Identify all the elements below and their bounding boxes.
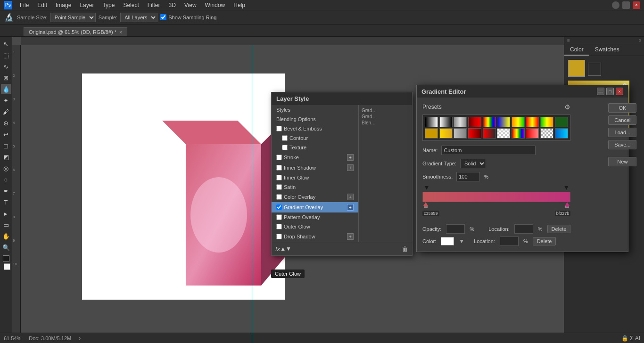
preset-blue-yellow[interactable]	[497, 117, 510, 127]
color-overlay-add-btn[interactable]: +	[347, 194, 354, 200]
preset-dark-green[interactable]	[555, 117, 568, 127]
preset-red-dark[interactable]	[468, 117, 481, 127]
layer-style-pattern-overlay[interactable]: Pattern Overlay	[272, 212, 358, 222]
gradient-overlay-add-btn[interactable]: +	[347, 204, 354, 211]
preset-red-spectrum[interactable]	[526, 128, 539, 139]
preset-red-transparent[interactable]	[483, 128, 496, 139]
preset-rainbow[interactable]	[483, 117, 496, 127]
layer-style-color-overlay[interactable]: Color Overlay +	[272, 192, 358, 202]
menu-image[interactable]: Image	[52, 1, 75, 9]
stroke-add-btn[interactable]: +	[347, 154, 354, 161]
drop-shadow-add-btn[interactable]: +	[347, 233, 354, 240]
location-input-color[interactable]	[500, 237, 519, 246]
menu-view[interactable]: View	[181, 1, 200, 9]
gradient-editor-maximize[interactable]: □	[606, 88, 614, 95]
color-tab[interactable]: Color	[564, 44, 589, 56]
preset-gray[interactable]	[454, 117, 467, 127]
gradient-editor-minimize[interactable]: —	[597, 88, 604, 95]
shape-tool[interactable]: ▭	[1, 220, 11, 230]
preset-gold-dark[interactable]	[439, 128, 453, 139]
minimize-btn[interactable]	[612, 1, 619, 9]
history-brush-tool[interactable]: ↩	[1, 129, 11, 139]
menu-file[interactable]: File	[16, 1, 33, 9]
layer-style-blending[interactable]: Blending Options	[272, 114, 358, 124]
select-tool[interactable]: ⬚	[1, 50, 11, 60]
gradient-editor-close[interactable]: ×	[616, 88, 623, 95]
document-tab[interactable]: Original.psd @ 61.5% (DD, RGB/8#) * ×	[24, 27, 127, 36]
preset-white-black[interactable]	[439, 117, 453, 127]
status-arrow[interactable]: ›	[79, 335, 81, 342]
name-input[interactable]	[441, 146, 536, 155]
layer-style-satin[interactable]: Satin	[272, 182, 358, 192]
ok-button[interactable]: OK	[608, 103, 636, 113]
load-button[interactable]: Load...	[608, 128, 636, 137]
menu-edit[interactable]: Edit	[33, 1, 51, 9]
layer-style-bevel[interactable]: Bevel & Emboss	[272, 124, 358, 133]
pen-tool[interactable]: ✒	[1, 186, 11, 196]
spot-heal-tool[interactable]: ✦	[1, 95, 11, 106]
opacity-stop-right[interactable]	[564, 186, 569, 192]
delete-color-stop-btn[interactable]: Delete	[533, 237, 556, 245]
layer-style-texture[interactable]: Texture	[272, 143, 358, 152]
hand-tool[interactable]: ✋	[1, 231, 11, 241]
move-up-btn[interactable]: ▲	[280, 245, 286, 252]
gradient-type-select[interactable]: Solid	[460, 159, 486, 168]
opacity-stop-left[interactable]	[424, 186, 429, 192]
preset-silver[interactable]	[454, 128, 467, 139]
layer-style-inner-shadow[interactable]: Inner Shadow +	[272, 163, 358, 173]
gradient-preview-bar[interactable]	[422, 192, 570, 202]
menu-type[interactable]: Type	[99, 1, 118, 9]
smoothness-input[interactable]	[456, 172, 480, 181]
opacity-input[interactable]	[446, 224, 465, 234]
color-swatch-arrow[interactable]: ▼	[459, 238, 464, 245]
layer-style-styles[interactable]: Styles	[272, 105, 358, 114]
layer-style-drop-shadow[interactable]: Drop Shadow +	[272, 231, 358, 242]
preset-red-dark2[interactable]	[468, 128, 481, 139]
layer-style-gradient-overlay[interactable]: Gradient Overlay +	[272, 202, 358, 212]
move-tool[interactable]: ↖	[1, 39, 11, 49]
zoom-tool[interactable]: 🔍	[1, 242, 11, 253]
show-sampling-ring-checkbox[interactable]: Show Sampling Ring	[160, 14, 216, 20]
location-input-opacity[interactable]	[514, 224, 533, 234]
menu-select[interactable]: Select	[119, 1, 142, 9]
menu-help[interactable]: Help	[230, 1, 249, 9]
preset-orange-green[interactable]	[512, 117, 525, 127]
preset-green-orange[interactable]	[540, 117, 553, 127]
new-button[interactable]: New	[608, 157, 636, 166]
lasso-tool[interactable]: ∿	[1, 61, 11, 72]
brush-tool[interactable]: 🖌	[1, 106, 11, 117]
preset-red-yellow[interactable]	[526, 117, 539, 127]
preset-gold[interactable]	[425, 128, 438, 139]
sample-select[interactable]: All Layers	[120, 13, 157, 22]
color-swatch-picker[interactable]	[441, 237, 454, 245]
move-down-btn[interactable]: ▼	[286, 245, 291, 252]
preset-full-rainbow[interactable]	[512, 128, 525, 139]
color-stop-left[interactable]	[423, 202, 428, 208]
fx-label[interactable]: fx	[275, 245, 280, 253]
preset-blue-cyan[interactable]	[555, 128, 568, 139]
menu-filter[interactable]: Filter	[144, 1, 164, 9]
foreground-color[interactable]	[3, 255, 9, 262]
menu-window[interactable]: Window	[201, 1, 229, 9]
preset-checkered2[interactable]	[540, 128, 553, 139]
color-stop-right[interactable]	[565, 202, 570, 208]
panel-collapse-btn[interactable]: «	[638, 38, 641, 43]
delete-style-btn[interactable]: 🗑	[402, 245, 408, 253]
menu-layer[interactable]: Layer	[76, 1, 98, 9]
sample-size-select[interactable]: Point Sample	[50, 13, 96, 22]
presets-gear-icon[interactable]: ⚙	[564, 103, 570, 111]
close-window-btn[interactable]: ×	[633, 1, 640, 9]
path-select-tool[interactable]: ▸	[1, 208, 11, 219]
preset-checkered[interactable]	[497, 128, 510, 139]
layer-style-inner-glow[interactable]: Inner Glow	[272, 173, 358, 182]
crop-tool[interactable]: ⊠	[1, 73, 11, 83]
maximize-btn[interactable]	[622, 1, 630, 9]
clone-tool[interactable]: ⊕	[1, 118, 11, 128]
background-color[interactable]	[4, 263, 10, 270]
eyedropper-tool active[interactable]: 💧	[1, 84, 11, 94]
swatches-tab[interactable]: Swatches	[589, 44, 625, 56]
delete-opacity-stop-btn[interactable]: Delete	[547, 225, 571, 233]
text-tool[interactable]: T	[1, 197, 11, 207]
foreground-color-swatch[interactable]	[568, 60, 585, 77]
background-color-swatch[interactable]	[588, 63, 601, 76]
